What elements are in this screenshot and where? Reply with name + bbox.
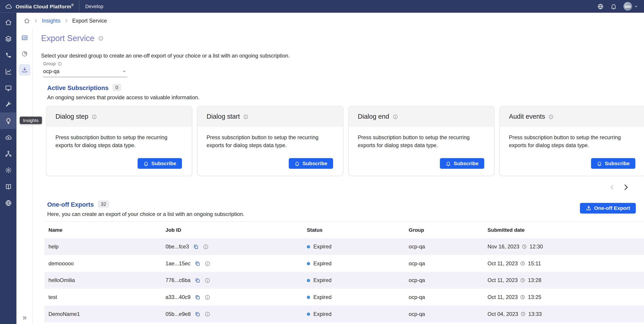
cell-status: Expired xyxy=(307,311,409,317)
user-menu[interactable]: MM xyxy=(624,2,638,10)
subscription-card: Dialog end Press subscription button to … xyxy=(348,106,494,176)
cell-name: demooooo xyxy=(44,260,166,266)
subscription-card-footer: Subscribe xyxy=(198,158,343,176)
caret-down-icon xyxy=(634,4,638,8)
group-select[interactable]: ocp-qa xyxy=(43,66,127,77)
clock-icon xyxy=(520,261,526,266)
status-dot xyxy=(307,279,310,282)
status-dot xyxy=(307,262,310,265)
sidebar-item-deployments[interactable] xyxy=(0,129,16,146)
clock-icon xyxy=(520,278,526,283)
time-value: 13:25 xyxy=(528,294,541,300)
subscribe-button[interactable]: Subscribe xyxy=(440,158,484,169)
subrail-item-exports[interactable] xyxy=(16,62,33,78)
date-value: Oct 11, 2023 xyxy=(488,277,518,284)
info-icon[interactable] xyxy=(204,260,210,266)
page-subtitle: Select your desired group to create an o… xyxy=(41,52,644,59)
cell-name: helloOmilia xyxy=(44,277,166,284)
date-value: Oct 11, 2023 xyxy=(488,294,518,300)
breadcrumb-current: Export Service xyxy=(72,18,107,24)
subscribe-button[interactable]: Subscribe xyxy=(138,158,182,169)
cell-status: Expired xyxy=(307,260,409,266)
carousel-prev-button[interactable] xyxy=(609,184,615,190)
info-icon[interactable] xyxy=(392,114,398,119)
sidebar-item-insights[interactable] xyxy=(0,112,16,129)
sidebar-item-settings[interactable] xyxy=(0,162,16,178)
table-row: test a33...40c9 Expired ocp-qa Oct 11, 2… xyxy=(44,289,644,306)
product-tab-develop[interactable]: Develop xyxy=(79,0,110,13)
sidebar-item-applications[interactable] xyxy=(0,80,16,96)
cell-status: Expired xyxy=(307,277,409,284)
expand-rail-button[interactable] xyxy=(16,315,33,320)
carousel-next-button[interactable] xyxy=(622,183,630,191)
sub-sidebar xyxy=(16,29,33,324)
date-value: Nov 16, 2023 xyxy=(488,244,520,250)
cell-job-id: 05b...e9e8 xyxy=(166,311,307,317)
subrail-item-pie[interactable] xyxy=(16,46,33,62)
subscription-card-header: Dialog start xyxy=(198,106,343,127)
info-icon[interactable] xyxy=(243,114,248,119)
job-id-value: 1ae...15ec xyxy=(166,260,191,266)
brand[interactable]: Omilia Cloud Platform® xyxy=(0,3,74,10)
active-subscriptions-title: Active Subscriptions xyxy=(47,84,108,91)
time-value: 12:30 xyxy=(530,244,543,250)
column-header-status: Status xyxy=(307,227,409,233)
home-icon[interactable] xyxy=(24,18,30,24)
sidebar-item-analytics[interactable] xyxy=(0,63,16,80)
group-select-value: ocp-qa xyxy=(43,68,59,74)
job-id-value: 776...c6ba xyxy=(166,277,191,284)
table-row: demooooo 1ae...15ec Expired ocp-qa Oct 1… xyxy=(44,255,644,272)
copy-icon[interactable] xyxy=(194,294,200,300)
one-off-exports-header: One-off Exports 32 xyxy=(47,200,244,208)
bell-icon[interactable] xyxy=(610,3,617,10)
copy-icon[interactable] xyxy=(194,260,200,266)
sidebar-item-tools[interactable] xyxy=(0,96,16,112)
info-icon[interactable] xyxy=(57,61,62,66)
subscription-card-description: Press subscription button to setup the r… xyxy=(500,127,644,158)
viewport: Omilia Cloud Platform® Develop MM xyxy=(0,0,644,324)
subscribe-button[interactable]: Subscribe xyxy=(591,158,635,169)
info-icon[interactable] xyxy=(204,278,210,283)
subscription-card-title: Audit events xyxy=(509,113,545,120)
subscription-card-description: Press subscription button to setup the r… xyxy=(46,127,192,158)
globe-icon[interactable] xyxy=(597,3,604,10)
info-icon[interactable] xyxy=(548,114,554,119)
one-off-export-button[interactable]: One-off Export xyxy=(580,203,636,214)
sidebar-item-home[interactable] xyxy=(0,14,16,30)
cell-name: test xyxy=(44,294,166,300)
chevron-right-icon xyxy=(34,18,38,23)
copy-icon[interactable] xyxy=(194,278,200,283)
copy-icon[interactable] xyxy=(193,244,199,249)
sidebar-item-language[interactable] xyxy=(0,195,16,211)
cell-submitted-date: Nov 16, 2023 12:30 xyxy=(488,244,644,250)
exports-table-rows: help 0be...fce3 Expired ocp-qa Nov 16, 2… xyxy=(44,238,644,322)
cell-job-id: 776...c6ba xyxy=(166,277,307,284)
copy-icon[interactable] xyxy=(195,311,200,317)
clock-icon xyxy=(520,294,526,300)
wrench-icon xyxy=(5,101,12,108)
time-value: 13:28 xyxy=(528,277,541,284)
subscribe-button[interactable]: Subscribe xyxy=(288,158,333,169)
sidebar-item-documentation[interactable] xyxy=(0,178,16,195)
info-icon[interactable] xyxy=(204,294,210,300)
sidebar-item-telephony[interactable] xyxy=(0,47,16,64)
info-icon[interactable] xyxy=(92,114,97,119)
subrail-item-monitor[interactable] xyxy=(16,30,33,46)
table-row: help 0be...fce3 Expired ocp-qa Nov 16, 2… xyxy=(44,238,644,255)
monitor-icon xyxy=(19,32,30,43)
breadcrumb-link-insights[interactable]: Insights xyxy=(42,18,60,24)
info-icon[interactable] xyxy=(203,244,208,249)
table-row: DemoName1 05b...e9e8 Expired ocp-qa Oct … xyxy=(44,306,644,322)
status-label: Expired xyxy=(314,260,332,266)
subscription-card-header: Dialog step xyxy=(46,106,192,127)
app-window: Omilia Cloud Platform® Develop MM xyxy=(0,0,644,324)
info-icon[interactable] xyxy=(98,36,104,41)
sidebar-item-layers[interactable] xyxy=(0,30,16,47)
phone-icon xyxy=(5,52,11,58)
active-subscriptions-count-badge: 0 xyxy=(112,84,121,91)
info-icon[interactable] xyxy=(205,311,210,317)
avatar[interactable]: MM xyxy=(624,2,632,10)
status-dot xyxy=(307,296,310,299)
sidebar-item-integrations[interactable] xyxy=(0,145,16,162)
cell-name: DemoName1 xyxy=(44,311,166,317)
